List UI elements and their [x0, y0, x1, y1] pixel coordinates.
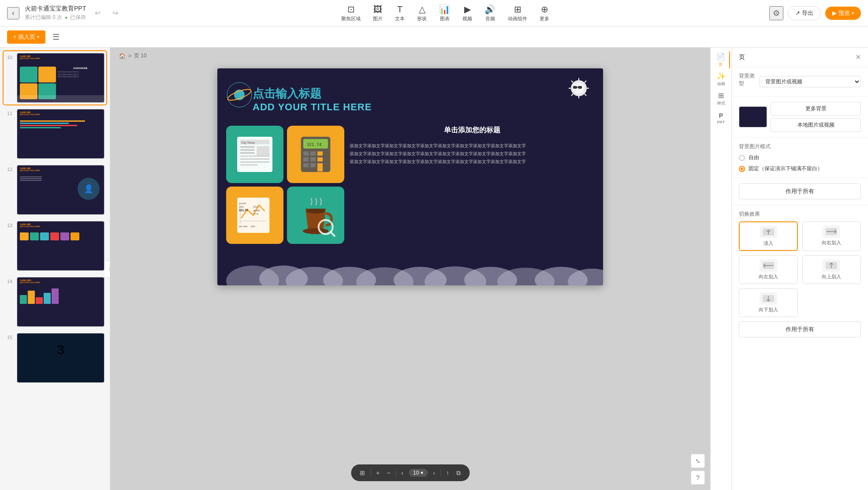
- zoom-out-button[interactable]: −: [385, 468, 392, 477]
- svg-rect-6: [578, 86, 582, 89]
- svg-text:2014: 2014: [253, 206, 258, 208]
- thumb10-text: 单击添加您的标题 添加文字添加文字添加文字添加文字 添加文字添加文字添加文字添加…: [58, 67, 102, 78]
- ppt-panel-icon[interactable]: P PPT: [712, 109, 730, 127]
- audio-button[interactable]: 🔊 音频: [484, 4, 495, 22]
- copy-slide-button[interactable]: ⧉: [454, 468, 462, 478]
- bg-type-select[interactable]: 背景图片或视频: [760, 76, 861, 87]
- grid-cell-newspaper[interactable]: City Times: [226, 126, 283, 183]
- slide-heading[interactable]: 单击添加您的标题: [350, 126, 594, 135]
- slide-thumb-15[interactable]: 15 3: [4, 331, 106, 385]
- export-button[interactable]: ↗ 导出: [788, 6, 821, 20]
- svg-rect-31: [310, 151, 316, 155]
- settings-button[interactable]: ⚙: [769, 6, 783, 20]
- grid-cell-calculator[interactable]: 321.74: [287, 126, 344, 183]
- grid-cell-coffee[interactable]: [287, 187, 344, 244]
- back-button[interactable]: ‹: [7, 7, 19, 19]
- expand-icon[interactable]: ⤡: [691, 454, 705, 468]
- transition-slide-up[interactable]: 向上划入: [802, 255, 861, 284]
- page-panel-icon[interactable]: 📄 页: [712, 51, 730, 69]
- preview-button[interactable]: ▶ 预览 ▾: [825, 7, 861, 20]
- apply-all-button[interactable]: 作用于所有: [739, 183, 861, 199]
- slide-left-icon: [760, 259, 777, 272]
- svg-rect-37: [310, 163, 316, 167]
- slide-num-14: 14: [5, 277, 14, 284]
- slide-preview-13: 点击输入标题 ADD YOUR TITLE HERE: [17, 221, 104, 271]
- slide-thumb-13[interactable]: 13 点击输入标题 ADD YOUR TITLE HERE: [4, 219, 106, 273]
- body-line-3[interactable]: 添加文字添加文字添加文字添加文字添加文字添加文字添加文字添加文字添加文字添加文字: [350, 158, 594, 166]
- sun-icon: [568, 77, 590, 99]
- close-panel-button[interactable]: ✕: [855, 53, 861, 61]
- animation-icon-label: 动画: [717, 81, 725, 87]
- scroll-up-button[interactable]: ↑: [444, 468, 451, 477]
- slide-canvas[interactable]: 点击输入标题 ADD YOUR TITLE HERE: [217, 68, 603, 285]
- help-icon[interactable]: ?: [691, 471, 705, 485]
- animation-panel-icon[interactable]: ✨ 动画: [712, 71, 730, 88]
- sidebar-collapse-button[interactable]: ›: [104, 260, 110, 278]
- transition-slide-left[interactable]: 向左划入: [739, 255, 798, 284]
- svg-rect-32: [317, 151, 323, 155]
- bg-preview-section: 更多背景 本地图片或视频: [732, 97, 868, 138]
- slide-down-label: 向下划入: [759, 307, 778, 313]
- image-button[interactable]: 🖼 图片: [373, 4, 383, 22]
- transition-slide-right[interactable]: 向右划入: [802, 221, 861, 251]
- apply-transition-button[interactable]: 作用于所有: [739, 322, 861, 337]
- body-line-2[interactable]: 添加文字添加文字添加文字添加文字添加文字添加文字添加文字添加文字添加文字添加文字: [350, 150, 594, 158]
- page-indicator[interactable]: 10 ▾: [409, 469, 428, 477]
- svg-rect-34: [310, 157, 316, 161]
- more-button[interactable]: ⊕ 更多: [540, 4, 549, 22]
- svg-rect-36: [303, 163, 309, 167]
- radio-fixed-circle: [739, 166, 745, 172]
- video-button[interactable]: ▶ 视频: [462, 4, 472, 22]
- slide-thumb-10[interactable]: 10 点击输入标题 ADD YOUR TITLE HERE 单击添加您的标题: [4, 51, 106, 105]
- thumb12-lines: [20, 176, 42, 182]
- local-bg-button[interactable]: 本地图片或视频: [771, 118, 861, 132]
- breadcrumb-page: 页 10: [134, 52, 147, 60]
- right-panel-icons: 📄 页 ✨ 动画 ⊞ 样式 P PPT: [710, 48, 731, 490]
- svg-text:321.74: 321.74: [307, 142, 322, 147]
- svg-rect-21: [257, 146, 269, 155]
- add-page-button[interactable]: + 插入页 ▾: [7, 30, 45, 44]
- thumb10-cell2: [38, 67, 56, 82]
- slide-num-12: 12: [5, 165, 14, 172]
- slide-up-label: 向上划入: [822, 273, 841, 280]
- focus-area-button[interactable]: ⊡ 聚焦区域: [341, 4, 361, 22]
- redo-button[interactable]: ↪: [109, 7, 121, 19]
- right-panel: 页 ✕ 背景类型 背景图片或视频 更多背景 本地图片或视频: [731, 48, 868, 490]
- chart-icon: 📊: [439, 4, 450, 15]
- grid-view-button[interactable]: ⊞: [358, 468, 367, 477]
- ppt-icon-label: PPT: [717, 120, 725, 124]
- text-button[interactable]: T 文本: [395, 4, 405, 22]
- more-bg-button[interactable]: 更多背景: [771, 102, 861, 116]
- svg-rect-38: [317, 163, 323, 172]
- breadcrumb-home[interactable]: 🏠: [119, 53, 126, 59]
- animation-button[interactable]: ⊞ 动画组件: [508, 4, 527, 22]
- transition-slide-down[interactable]: 向下划入: [739, 288, 798, 317]
- slide-title-en[interactable]: ADD YOUR TITLE HERE: [253, 101, 559, 113]
- next-page-button[interactable]: ›: [431, 468, 437, 477]
- shape-label: 形状: [417, 15, 427, 22]
- radio-fixed[interactable]: 固定（保证演示下铺满不留白）: [739, 165, 861, 172]
- shape-button[interactable]: △ 形状: [417, 4, 427, 22]
- add-page-label: + 插入页: [13, 33, 35, 41]
- transition-fadein[interactable]: 淡入: [739, 221, 798, 251]
- slide-thumb-11[interactable]: 11 点击输入标题 ADD YOUR TITLE HERE: [4, 107, 106, 161]
- slide-title-cn[interactable]: 点击输入标题: [253, 86, 559, 101]
- bg-type-label: 背景类型: [739, 72, 756, 87]
- toolbar-center: ⊡ 聚焦区域 🖼 图片 T 文本 △ 形状 📊 图表 ▶ 视频 🔊 音频 ⊞: [130, 4, 760, 22]
- menu-button[interactable]: ☰: [49, 30, 63, 44]
- svg-line-12: [571, 81, 573, 82]
- body-line-1[interactable]: 添加文字添加文字添加文字添加文字添加文字添加文字添加文字添加文字添加文字添加文字: [350, 142, 594, 150]
- audio-label: 音频: [485, 15, 495, 22]
- bg-pattern-label: 背景图片模式: [739, 143, 861, 150]
- zoom-in-button[interactable]: +: [374, 468, 381, 477]
- radio-free[interactable]: 自由: [739, 154, 861, 161]
- chart-button[interactable]: 📊 图表: [439, 4, 450, 22]
- undo-button[interactable]: ↩: [91, 7, 104, 19]
- style-panel-icon[interactable]: ⊞ 样式: [712, 90, 730, 108]
- slide-thumb-12[interactable]: 12 点击输入标题 ADD YOUR TITLE HERE 👤: [4, 163, 106, 217]
- prev-page-button[interactable]: ‹: [399, 468, 405, 477]
- grid-cell-report[interactable]: growth 10% 321.74 2014 growth 75 % per y…: [226, 187, 283, 244]
- style-icon-symbol: ⊞: [718, 91, 724, 100]
- audio-icon: 🔊: [484, 4, 495, 15]
- slide-thumb-14[interactable]: 14 点击输入标题 7 ADD YOUR TITLE HERE: [4, 275, 106, 329]
